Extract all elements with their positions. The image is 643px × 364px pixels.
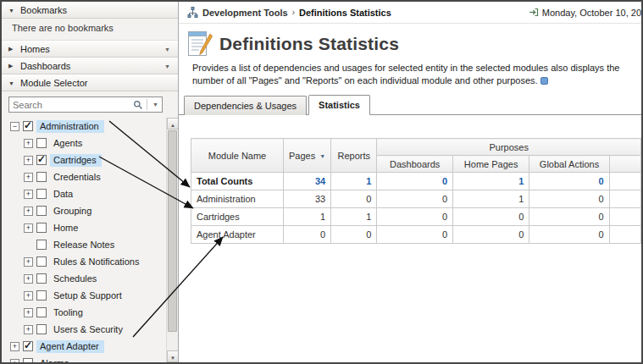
tree-item[interactable]: + Cartridges: [2, 152, 166, 168]
checkbox[interactable]: [36, 240, 47, 250]
expander-icon[interactable]: +: [24, 274, 33, 284]
dropdown-icon[interactable]: ▼: [164, 63, 173, 69]
tree-scrollbar[interactable]: ▲ ▼: [166, 118, 178, 362]
column-header-home-pages[interactable]: Home Pages: [453, 156, 529, 173]
tree-item[interactable]: − Administration: [2, 118, 166, 135]
tree-item-label[interactable]: Grouping: [50, 205, 97, 218]
value-cell[interactable]: 1: [331, 173, 377, 190]
expander-icon[interactable]: +: [24, 156, 33, 165]
search-input[interactable]: [13, 100, 133, 110]
scrollbar-thumb[interactable]: [168, 130, 177, 332]
search-icon[interactable]: [133, 100, 143, 110]
sort-descending-icon: ▼: [319, 153, 325, 159]
checkbox[interactable]: [36, 189, 47, 199]
expander-icon[interactable]: +: [24, 190, 33, 199]
column-header-pages[interactable]: Pages▼: [284, 139, 331, 173]
dropdown-icon[interactable]: ▼: [164, 47, 173, 52]
tree-item[interactable]: + Credentials: [2, 168, 166, 185]
expander-icon[interactable]: +: [24, 325, 33, 334]
checkbox[interactable]: [36, 256, 47, 267]
column-group-purposes: Purposes: [377, 139, 641, 156]
tree-item[interactable]: + Agent Adapter: [2, 338, 166, 355]
value-cell[interactable]: 1: [453, 173, 529, 190]
info-icon[interactable]: [540, 77, 548, 85]
tree-item-label[interactable]: Administration: [36, 120, 104, 133]
checkbox[interactable]: [36, 155, 47, 165]
tree-item[interactable]: + Alarms: [2, 355, 166, 362]
value-cell[interactable]: 34: [284, 173, 331, 190]
tree-item[interactable]: + Rules & Notifications: [2, 253, 166, 270]
expander-icon[interactable]: +: [10, 359, 19, 363]
column-header-reports[interactable]: Reports: [331, 139, 377, 173]
expander-icon[interactable]: +: [24, 173, 33, 182]
tree-item[interactable]: + Tooling: [2, 304, 166, 321]
tree-item-label[interactable]: Data: [50, 188, 78, 201]
tree-item-label[interactable]: Schedules: [50, 273, 102, 285]
scroll-down-button[interactable]: ▼: [167, 350, 178, 362]
sidebar-section-dashboards[interactable]: ▶ Dashboards ▼: [2, 58, 178, 74]
tree-item-label[interactable]: Home: [50, 222, 83, 234]
checkbox[interactable]: [36, 324, 47, 334]
tree-item[interactable]: + Schedules: [2, 270, 166, 287]
development-tools-icon: [187, 7, 198, 18]
tree-item[interactable]: Release Notes: [2, 236, 166, 253]
tree-item-label[interactable]: Agent Adapter: [36, 340, 104, 353]
value-cell-clipped: [609, 190, 640, 208]
tree-item-label[interactable]: Cartridges: [50, 154, 102, 167]
scroll-up-button[interactable]: ▲: [167, 118, 178, 130]
value-cell[interactable]: 0: [529, 173, 609, 190]
column-header-dashboards[interactable]: Dashboards: [377, 156, 453, 173]
tree-item[interactable]: + Users & Security: [2, 321, 166, 338]
expander-icon[interactable]: −: [10, 122, 19, 131]
tree-item[interactable]: + Data: [2, 185, 166, 202]
checkbox[interactable]: [23, 358, 33, 362]
column-header-module-name[interactable]: Module Name: [191, 139, 284, 173]
tree-item-label[interactable]: Setup & Support: [50, 290, 127, 302]
value-cell: 33: [284, 190, 331, 208]
expander-icon[interactable]: +: [24, 308, 33, 317]
tree-item[interactable]: + Setup & Support: [2, 287, 166, 304]
column-header-global-actions[interactable]: Global Actions: [529, 156, 609, 173]
checkbox[interactable]: [36, 273, 47, 284]
checkbox[interactable]: [23, 121, 33, 131]
module-name-cell: Agent Adapter: [191, 226, 284, 244]
sidebar-section-bookmarks[interactable]: ▼ Bookmarks: [2, 2, 178, 19]
checkbox[interactable]: [23, 341, 33, 351]
checkbox[interactable]: [36, 290, 47, 301]
tree-item-label[interactable]: Tooling: [50, 306, 88, 319]
expander-icon[interactable]: +: [24, 139, 33, 148]
checkbox[interactable]: [36, 206, 47, 216]
tree-item-label[interactable]: Agents: [50, 137, 87, 150]
tab-dependencies-usages[interactable]: Dependencies & Usages: [184, 96, 307, 115]
checkbox[interactable]: [36, 138, 47, 148]
sidebar-section-homes[interactable]: ▶ Homes ▼: [2, 41, 178, 58]
tab-statistics[interactable]: Statistics: [308, 95, 370, 115]
tree-item-label[interactable]: Alarms: [36, 357, 74, 363]
section-label: Dashboards: [20, 61, 70, 71]
expander-icon[interactable]: +: [24, 223, 33, 233]
tree-item-label[interactable]: Release Notes: [50, 239, 119, 251]
expander-icon[interactable]: +: [10, 342, 19, 351]
checkbox[interactable]: [36, 307, 47, 317]
checkbox[interactable]: [36, 223, 47, 233]
expander-icon[interactable]: +: [24, 291, 33, 301]
expander-icon[interactable]: +: [24, 257, 33, 267]
search-options-dropdown-icon[interactable]: ▼: [151, 102, 158, 108]
tree-item-label[interactable]: Credentials: [50, 171, 106, 184]
checkbox[interactable]: [36, 172, 47, 182]
tree-item[interactable]: + Grouping: [2, 202, 166, 219]
value-cell[interactable]: 0: [377, 173, 453, 190]
tree-item[interactable]: + Agents: [2, 135, 166, 152]
expander-icon[interactable]: +: [24, 207, 33, 216]
tree-item-label[interactable]: Users & Security: [50, 323, 128, 336]
section-label: Homes: [20, 44, 50, 54]
breadcrumb-parent[interactable]: Development Tools: [202, 8, 288, 18]
tree-item[interactable]: + Home: [2, 219, 166, 236]
tree-item-label[interactable]: Rules & Notifications: [50, 256, 145, 268]
logout-icon[interactable]: [529, 8, 539, 17]
module-name-cell: Cartridges: [191, 208, 284, 226]
value-cell: 0: [453, 226, 529, 244]
sidebar-section-module-selector[interactable]: ▼ Module Selector: [2, 74, 178, 91]
title-row: Definitions Statistics: [187, 30, 641, 58]
search-box[interactable]: ▼: [8, 97, 163, 113]
